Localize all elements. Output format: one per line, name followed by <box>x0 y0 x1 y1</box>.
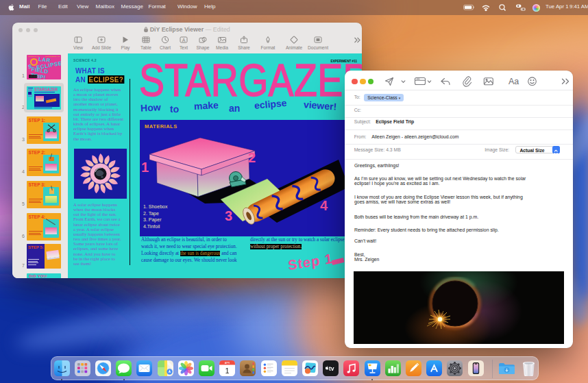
svg-text:APR: APR <box>225 362 230 365</box>
svg-text:3: 3 <box>225 208 232 223</box>
svg-text:tv: tv <box>329 365 334 372</box>
svg-text:2: 2 <box>248 150 256 165</box>
svg-text:4: 4 <box>320 198 328 213</box>
svg-text:1: 1 <box>141 160 149 175</box>
svg-text:A: A <box>182 38 186 42</box>
svg-text:Aa: Aa <box>509 77 519 86</box>
svg-text:1: 1 <box>225 367 230 375</box>
